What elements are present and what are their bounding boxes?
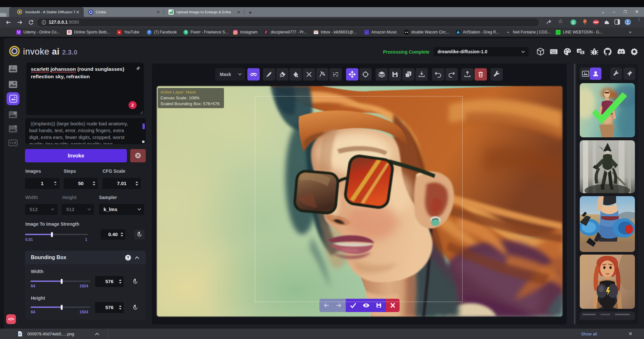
svg-text:?: ?: [127, 256, 129, 260]
svg-text:ABP: ABP: [593, 21, 599, 24]
svg-text:文: 文: [580, 51, 584, 54]
svg-text:A: A: [11, 66, 14, 69]
svg-text:C: C: [572, 20, 575, 24]
